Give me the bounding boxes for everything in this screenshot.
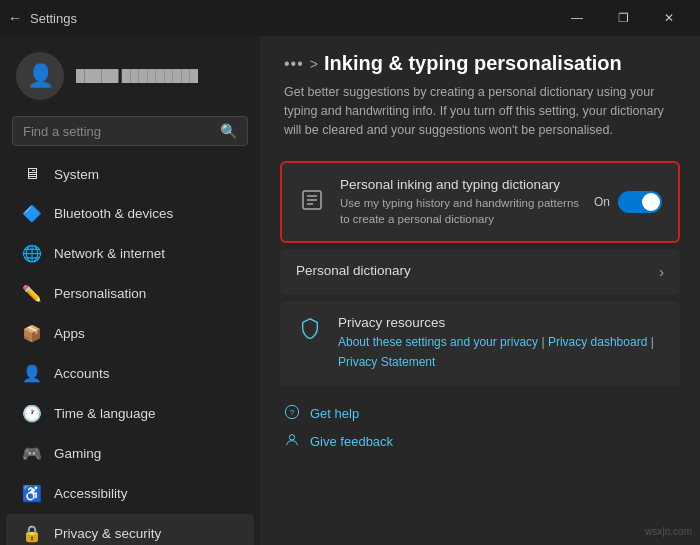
sidebar-item-personalisation[interactable]: ✏️ Personalisation xyxy=(6,274,254,313)
search-icon: 🔍 xyxy=(220,123,237,139)
get-help-icon: ? xyxy=(284,404,300,424)
sidebar-item-time[interactable]: 🕐 Time & language xyxy=(6,394,254,433)
personal-inking-card: Personal inking and typing dictionary Us… xyxy=(280,161,680,243)
main-layout: 👤 █████ █████████ 🔍 🖥 System 🔷 Bluetooth… xyxy=(0,36,700,545)
close-button[interactable]: ✕ xyxy=(646,2,692,34)
breadcrumb-dots[interactable]: ••• xyxy=(284,55,304,73)
about-settings-link[interactable]: About these settings and your privacy xyxy=(338,335,538,349)
svg-point-6 xyxy=(289,434,294,439)
page-description: Get better suggestions by creating a per… xyxy=(260,83,700,155)
typing-dictionary-item: Personal inking and typing dictionary Us… xyxy=(282,163,678,241)
sidebar: 👤 █████ █████████ 🔍 🖥 System 🔷 Bluetooth… xyxy=(0,36,260,545)
privacy-dashboard-link[interactable]: Privacy dashboard xyxy=(548,335,647,349)
search-box[interactable]: 🔍 xyxy=(12,116,248,146)
sidebar-nav: 🖥 System 🔷 Bluetooth & devices 🌐 Network… xyxy=(0,154,260,545)
toggle-container: On xyxy=(594,191,662,213)
title-bar-controls: — ❐ ✕ xyxy=(554,2,692,34)
sidebar-item-bluetooth[interactable]: 🔷 Bluetooth & devices xyxy=(6,194,254,233)
personal-dictionary-item[interactable]: Personal dictionary › xyxy=(280,249,680,295)
sidebar-item-bluetooth-label: Bluetooth & devices xyxy=(54,206,173,221)
sidebar-item-accessibility-label: Accessibility xyxy=(54,486,128,501)
privacy-statement-link[interactable]: Privacy Statement xyxy=(338,355,435,369)
typing-dictionary-icon xyxy=(298,188,326,217)
sidebar-item-apps[interactable]: 📦 Apps xyxy=(6,314,254,353)
give-feedback-label: Give feedback xyxy=(310,434,393,449)
title-bar-title: Settings xyxy=(30,11,77,26)
accounts-icon: 👤 xyxy=(22,364,42,383)
sidebar-item-accessibility[interactable]: ♿ Accessibility xyxy=(6,474,254,513)
sidebar-item-personalisation-label: Personalisation xyxy=(54,286,146,301)
content-area: ••• > Inking & typing personalisation Ge… xyxy=(260,36,700,545)
svg-text:?: ? xyxy=(290,407,295,416)
give-feedback-item[interactable]: Give feedback xyxy=(284,432,676,452)
bluetooth-icon: 🔷 xyxy=(22,204,42,223)
minimize-button[interactable]: — xyxy=(554,2,600,34)
sidebar-item-privacy[interactable]: 🔒 Privacy & security xyxy=(6,514,254,545)
apps-icon: 📦 xyxy=(22,324,42,343)
privacy-icon: 🔒 xyxy=(22,524,42,543)
back-icon[interactable]: ← xyxy=(8,10,22,26)
gaming-icon: 🎮 xyxy=(22,444,42,463)
typing-dictionary-desc: Use my typing history and handwriting pa… xyxy=(340,195,580,227)
time-icon: 🕐 xyxy=(22,404,42,423)
title-bar: ← Settings — ❐ ✕ xyxy=(0,0,700,36)
personal-dictionary-title: Personal dictionary xyxy=(296,263,645,278)
sidebar-item-accounts-label: Accounts xyxy=(54,366,110,381)
get-help-label: Get help xyxy=(310,406,359,421)
personalisation-icon: ✏️ xyxy=(22,284,42,303)
typing-dictionary-toggle[interactable] xyxy=(618,191,662,213)
avatar-icon: 👤 xyxy=(27,63,54,89)
typing-dictionary-title: Personal inking and typing dictionary xyxy=(340,177,580,192)
sidebar-item-gaming-label: Gaming xyxy=(54,446,101,461)
toggle-label: On xyxy=(594,195,610,209)
sidebar-item-accounts[interactable]: 👤 Accounts xyxy=(6,354,254,393)
chevron-right-icon: › xyxy=(659,264,664,280)
pipe-separator-2: | xyxy=(651,335,654,349)
sidebar-item-apps-label: Apps xyxy=(54,326,85,341)
breadcrumb-separator: > xyxy=(310,56,318,72)
typing-dictionary-text: Personal inking and typing dictionary Us… xyxy=(340,177,580,227)
user-name: █████ █████████ xyxy=(76,69,198,83)
page-title: Inking & typing personalisation xyxy=(324,52,622,75)
sidebar-item-system-label: System xyxy=(54,167,99,182)
help-section: ? Get help Give feedback xyxy=(260,392,700,464)
privacy-resources-text: Privacy resources About these settings a… xyxy=(338,315,664,371)
get-help-item[interactable]: ? Get help xyxy=(284,404,676,424)
give-feedback-icon xyxy=(284,432,300,452)
sidebar-item-time-label: Time & language xyxy=(54,406,156,421)
user-info: █████ █████████ xyxy=(76,69,198,83)
sidebar-item-gaming[interactable]: 🎮 Gaming xyxy=(6,434,254,473)
privacy-links: About these settings and your privacy | … xyxy=(338,333,664,371)
accessibility-icon: ♿ xyxy=(22,484,42,503)
breadcrumb: ••• > Inking & typing personalisation xyxy=(260,36,700,83)
maximize-button[interactable]: ❐ xyxy=(600,2,646,34)
user-profile[interactable]: 👤 █████ █████████ xyxy=(0,36,260,112)
avatar: 👤 xyxy=(16,52,64,100)
shield-icon xyxy=(296,317,324,344)
system-icon: 🖥 xyxy=(22,165,42,183)
sidebar-item-network[interactable]: 🌐 Network & internet xyxy=(6,234,254,273)
title-bar-left: ← Settings xyxy=(8,10,77,26)
privacy-resources-card: Privacy resources About these settings a… xyxy=(280,301,680,385)
privacy-resources-title: Privacy resources xyxy=(338,315,664,330)
sidebar-item-system[interactable]: 🖥 System xyxy=(6,155,254,193)
personal-dictionary-text: Personal dictionary xyxy=(296,263,645,281)
personal-dictionary-card: Personal dictionary › xyxy=(280,249,680,295)
privacy-resources-item: Privacy resources About these settings a… xyxy=(280,301,680,385)
search-input[interactable] xyxy=(23,124,212,139)
watermark: wsx|n.com xyxy=(645,526,692,537)
sidebar-item-network-label: Network & internet xyxy=(54,246,165,261)
sidebar-item-privacy-label: Privacy & security xyxy=(54,526,161,541)
network-icon: 🌐 xyxy=(22,244,42,263)
